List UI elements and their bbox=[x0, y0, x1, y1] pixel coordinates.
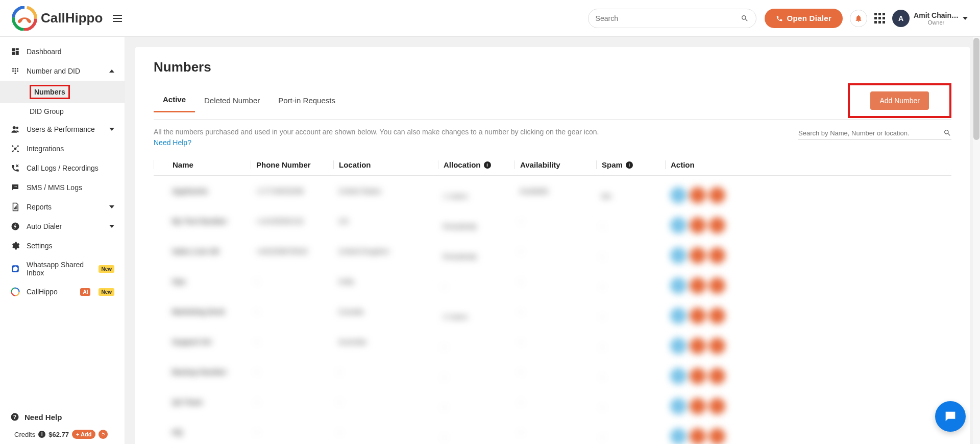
svg-point-17 bbox=[16, 127, 19, 129]
svg-point-29 bbox=[16, 186, 17, 188]
sidebar-item-label: Integrations bbox=[27, 145, 114, 153]
callhippo-logo-icon bbox=[10, 287, 20, 296]
table-row[interactable]: Support AU-Australia--- bbox=[154, 332, 951, 362]
col-spam: Spami bbox=[596, 160, 665, 169]
sidebar-item-number-did[interactable]: Number and DID bbox=[0, 61, 125, 81]
svg-rect-5 bbox=[12, 48, 15, 51]
credits-amount: $62.77 bbox=[48, 431, 69, 438]
svg-rect-31 bbox=[15, 206, 16, 209]
sidebar-item-label: Users & Performance bbox=[27, 125, 103, 133]
table-row[interactable]: QA Team----- bbox=[154, 392, 951, 422]
svg-point-11 bbox=[17, 68, 18, 69]
col-allocation: Allocationi bbox=[438, 160, 514, 169]
table-row[interactable]: My Test Number+14155550132USEverybody-- bbox=[154, 211, 951, 241]
svg-text:?: ? bbox=[13, 414, 16, 420]
svg-point-27 bbox=[14, 186, 15, 188]
sidebar-item-reports[interactable]: Reports bbox=[0, 197, 125, 217]
sidebar-item-label: Whatsapp Shared Inbox bbox=[27, 261, 90, 277]
chat-fab[interactable] bbox=[935, 401, 966, 432]
description-text: All the numbers purchased and used in yo… bbox=[154, 128, 599, 136]
sidebar-item-label: CallHippo bbox=[27, 288, 73, 296]
bell-icon bbox=[854, 14, 863, 22]
svg-point-28 bbox=[15, 186, 16, 188]
need-help-button[interactable]: ? Need Help bbox=[0, 407, 125, 427]
svg-point-9 bbox=[12, 68, 14, 69]
col-phone: Phone Number bbox=[251, 160, 333, 169]
add-number-highlight: Add Number bbox=[848, 83, 951, 118]
phone-icon bbox=[776, 15, 783, 22]
sidebar-item-users-performance[interactable]: Users & Performance bbox=[0, 120, 125, 139]
table-row[interactable]: Ops-India--- bbox=[154, 271, 951, 301]
svg-rect-8 bbox=[12, 52, 15, 55]
svg-point-13 bbox=[15, 71, 16, 72]
chevron-down-icon bbox=[109, 225, 114, 228]
panel-search[interactable] bbox=[798, 127, 951, 139]
open-dialer-label: Open Dialer bbox=[787, 14, 832, 22]
chevron-down-icon bbox=[109, 205, 114, 208]
sidebar-item-label: Call Logs / Recordings bbox=[27, 164, 114, 172]
numbers-panel: Numbers Active Deleted Number Port-in Re… bbox=[135, 47, 970, 444]
scrollbar-track[interactable] bbox=[973, 37, 980, 444]
sidebar-item-sms-logs[interactable]: SMS / MMS Logs bbox=[0, 178, 125, 197]
logo[interactable]: CallHippo bbox=[12, 6, 103, 31]
table-row[interactable]: AppSumio+17724633266United States1 Users… bbox=[154, 181, 951, 211]
svg-rect-6 bbox=[16, 48, 19, 50]
help-icon: ? bbox=[10, 412, 19, 422]
credits-row: Credits i $62.77 + Add bbox=[0, 427, 125, 444]
add-number-button[interactable]: Add Number bbox=[870, 91, 929, 110]
sidebar-item-whatsapp-inbox[interactable]: Whatsapp Shared Inbox New bbox=[0, 255, 125, 282]
info-icon[interactable]: i bbox=[38, 431, 45, 438]
table-row[interactable]: Backup Number----- bbox=[154, 362, 951, 392]
sidebar-item-label: Dashboard bbox=[27, 48, 114, 56]
sidebar-item-label: SMS / MMS Logs bbox=[27, 183, 114, 192]
panel-search-input[interactable] bbox=[798, 129, 943, 137]
integrations-icon bbox=[10, 144, 20, 153]
sidebar-item-callhippo-ai[interactable]: CallHippo AI New bbox=[0, 282, 125, 301]
logo-icon bbox=[12, 6, 37, 31]
user-info: Amit Chain… Owner bbox=[914, 11, 959, 26]
add-credits-button[interactable]: + Add bbox=[72, 430, 95, 439]
refresh-credits-button[interactable] bbox=[99, 430, 108, 439]
table-row[interactable]: Marketing Desk-Canada2 Users-- bbox=[154, 301, 951, 332]
tab-deleted-number[interactable]: Deleted Number bbox=[195, 92, 269, 112]
col-name: Name bbox=[154, 160, 251, 169]
tab-active[interactable]: Active bbox=[154, 91, 195, 112]
sms-icon bbox=[10, 183, 20, 192]
info-icon[interactable]: i bbox=[626, 161, 633, 169]
open-dialer-button[interactable]: Open Dialer bbox=[765, 9, 843, 28]
tabs: Active Deleted Number Port-in Requests A… bbox=[154, 84, 951, 120]
sidebar-item-auto-dialer[interactable]: Auto Dialer bbox=[0, 217, 125, 236]
user-menu-chevron-icon[interactable] bbox=[963, 17, 968, 20]
apps-grid-icon[interactable] bbox=[874, 13, 885, 24]
search-input[interactable] bbox=[596, 14, 741, 22]
global-search[interactable] bbox=[588, 9, 756, 28]
svg-point-10 bbox=[15, 68, 16, 69]
ai-badge: AI bbox=[80, 288, 90, 296]
avatar[interactable]: A bbox=[892, 10, 910, 27]
info-icon[interactable]: i bbox=[484, 161, 491, 169]
page-description: All the numbers purchased and used in yo… bbox=[154, 127, 788, 148]
reports-icon bbox=[10, 202, 20, 212]
need-help-label: Need Help bbox=[24, 413, 62, 422]
table-row[interactable]: Sales Line UK+442039876543United Kingdom… bbox=[154, 241, 951, 271]
search-icon bbox=[741, 14, 749, 22]
need-help-link[interactable]: Need Help? bbox=[154, 138, 191, 147]
new-badge: New bbox=[99, 265, 114, 273]
table-body-blurred: AppSumio+17724633266United States1 Users… bbox=[154, 181, 951, 444]
new-badge: New bbox=[99, 288, 114, 296]
svg-line-23 bbox=[13, 146, 15, 149]
brand-name: CallHippo bbox=[41, 10, 103, 26]
tab-port-in-requests[interactable]: Port-in Requests bbox=[269, 92, 345, 112]
svg-rect-32 bbox=[16, 205, 17, 209]
dashboard-icon bbox=[10, 47, 20, 56]
scrollbar-thumb[interactable] bbox=[973, 38, 979, 140]
table-row[interactable]: HQ----- bbox=[154, 422, 951, 444]
sidebar-item-did-group[interactable]: DID Group bbox=[0, 103, 125, 120]
sidebar-item-integrations[interactable]: Integrations bbox=[0, 139, 125, 158]
sidebar-item-settings[interactable]: Settings bbox=[0, 236, 125, 255]
notifications-button[interactable] bbox=[850, 10, 867, 27]
sidebar-item-call-logs[interactable]: Call Logs / Recordings bbox=[0, 158, 125, 178]
sidebar-item-dashboard[interactable]: Dashboard bbox=[0, 42, 125, 61]
sidebar-item-numbers[interactable]: Numbers bbox=[0, 81, 125, 103]
menu-toggle-icon[interactable] bbox=[113, 15, 122, 22]
